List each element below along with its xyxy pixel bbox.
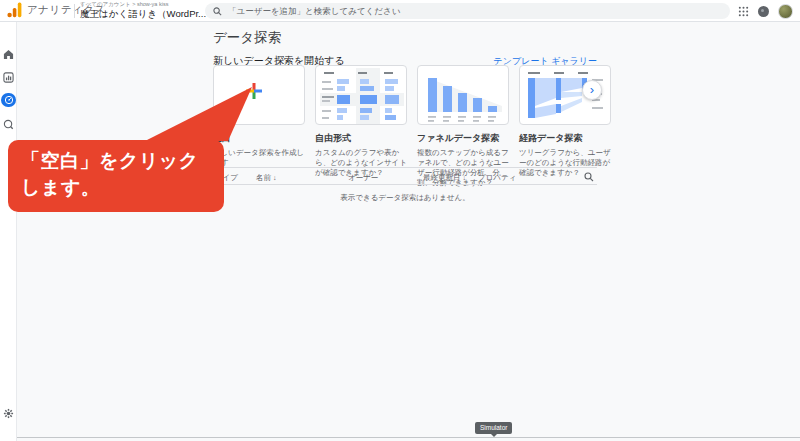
account-breadcrumb: すべてのアカウント > show-ya kiss [80,1,214,8]
home-icon[interactable] [3,49,14,60]
card-title: 経路データ探索 [519,132,611,145]
funnel-thumbnail [417,65,509,125]
column-name[interactable]: 名前↓ [256,173,277,183]
sort-down-icon: ↓ [463,174,467,181]
google-plus-icon [246,83,262,99]
instruction-callout: 「空白」をクリックします。 [8,140,224,212]
blank-thumbnail [213,65,305,125]
account-switcher[interactable]: すべてのアカウント > show-ya kiss 魔王はかく語りき（WordPr… [80,1,214,21]
explorations-table: タイプ 名前↓ オーナー 最終更新日↓ プロパティ 表示できるデータ探索はありま… [213,167,597,185]
global-search[interactable] [205,3,730,19]
sort-down-icon: ↓ [273,174,277,181]
analytics-logo-icon [7,2,22,18]
left-nav [0,22,17,441]
property-name: 魔王はかく語りき（WordPr... [80,8,206,21]
sidebar-item-explore-selected[interactable] [1,93,16,107]
help-icon[interactable] [758,6,769,17]
chevron-right-icon: › [590,83,594,96]
funnel-chart-graphic [418,66,509,125]
empty-state-message: 表示できるデータ探索はありません。 [213,193,597,203]
topbar-divider [74,4,75,18]
search-input[interactable] [228,6,668,16]
callout-text: 「空白」をクリックします。 [21,148,211,202]
bottom-edge-line [0,437,800,438]
card-title: 空白 [213,132,305,145]
free-form-thumbnail [315,65,407,125]
column-last-modified[interactable]: 最終更新日↓ [423,173,466,183]
admin-gear-icon[interactable] [3,408,14,419]
card-title: ファネルデータ探索 [417,132,509,145]
explore-icon [4,95,14,105]
table-chart-graphic [316,66,407,125]
table-search-icon[interactable] [584,172,594,182]
apps-grid-icon[interactable] [738,6,749,17]
top-app-bar: アナリティクス すべてのアカウント > show-ya kiss 魔王はかく語り… [0,0,800,22]
table-header: タイプ 名前↓ オーナー 最終更新日↓ プロパティ [213,167,597,185]
avatar[interactable] [778,4,793,19]
advertising-icon[interactable] [3,119,14,130]
column-owner[interactable]: オーナー [348,173,378,183]
search-icon [213,7,222,16]
column-property[interactable]: プロパティ [478,173,516,183]
page-title: データ探索 [213,29,281,47]
card-title: 自由形式 [315,132,407,145]
card-description: 新しいデータ探索を作成します [213,148,305,168]
carousel-next-button[interactable]: › [582,80,602,100]
reports-icon[interactable] [3,72,14,83]
simulator-tooltip: Simulator [475,422,512,434]
